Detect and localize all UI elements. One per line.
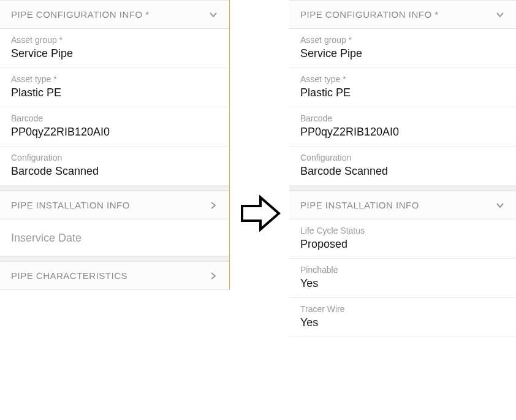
section-gap [0, 256, 229, 261]
field-asset-group[interactable]: Asset group * Service Pipe [289, 29, 516, 68]
field-asset-type[interactable]: Asset type * Plastic PE [0, 68, 229, 107]
section-gap [0, 186, 229, 191]
section-title: PIPE INSTALLATION INFO [11, 200, 130, 210]
chevron-down-icon [208, 10, 218, 20]
field-value: Service Pipe [11, 47, 218, 60]
section-title: PIPE CONFIGURATION INFO * [11, 9, 150, 20]
field-label: Life Cycle Status [300, 226, 505, 235]
section-title: PIPE INSTALLATION INFO [300, 200, 419, 210]
field-pinchable[interactable]: Pinchable Yes [289, 259, 516, 298]
field-value: PP0qyZ2RIB120AI0 [11, 126, 218, 139]
chevron-down-icon [495, 200, 505, 210]
field-value: PP0qyZ2RIB120AI0 [300, 126, 505, 139]
field-life-cycle-status[interactable]: Life Cycle Status Proposed [289, 220, 516, 259]
section-pipe-installation[interactable]: PIPE INSTALLATION INFO [289, 191, 516, 220]
field-label: Asset type * [300, 74, 505, 84]
field-value: Yes [300, 277, 505, 290]
field-value: Proposed [300, 238, 505, 251]
field-asset-type[interactable]: Asset type * Plastic PE [289, 68, 516, 107]
field-tracer-wire[interactable]: Tracer Wire Yes [289, 298, 516, 337]
field-label: Configuration [300, 153, 505, 162]
arrow-right-icon [236, 189, 285, 238]
field-asset-group[interactable]: Asset group * Service Pipe [0, 29, 229, 68]
chevron-right-icon [208, 200, 218, 210]
field-label: Asset group * [300, 35, 505, 45]
field-value: Plastic PE [11, 86, 218, 99]
field-configuration[interactable]: Configuration Barcode Scanned [289, 147, 516, 186]
field-label: Barcode [11, 113, 218, 123]
panel-before: PIPE CONFIGURATION INFO * Asset group * … [0, 0, 230, 290]
panel-after: PIPE CONFIGURATION INFO * Asset group * … [289, 0, 516, 337]
field-label: Pinchable [300, 265, 505, 275]
field-configuration[interactable]: Configuration Barcode Scanned [0, 147, 229, 186]
field-label: Tracer Wire [300, 304, 505, 314]
field-barcode[interactable]: Barcode PP0qyZ2RIB120AI0 [289, 107, 516, 147]
chevron-down-icon [495, 10, 505, 20]
field-label: Asset type * [11, 74, 218, 84]
field-label: Asset group * [11, 35, 218, 45]
field-label: Inservice Date [11, 226, 218, 248]
field-label: Configuration [11, 153, 218, 162]
field-label: Barcode [300, 113, 505, 123]
section-pipe-installation[interactable]: PIPE INSTALLATION INFO [0, 191, 229, 220]
field-value: Yes [300, 316, 505, 329]
section-gap [289, 186, 516, 191]
svg-marker-0 [242, 197, 279, 229]
field-value: Barcode Scanned [300, 165, 505, 178]
section-pipe-config[interactable]: PIPE CONFIGURATION INFO * [289, 0, 516, 29]
section-title: PIPE CHARACTERISTICS [11, 270, 127, 281]
field-inservice-date[interactable]: Inservice Date [0, 220, 229, 256]
field-value: Barcode Scanned [11, 165, 218, 178]
field-value: Service Pipe [300, 47, 505, 60]
chevron-right-icon [208, 271, 218, 281]
section-title: PIPE CONFIGURATION INFO * [300, 9, 439, 20]
field-value: Plastic PE [300, 86, 505, 99]
section-pipe-config[interactable]: PIPE CONFIGURATION INFO * [0, 0, 229, 29]
field-barcode[interactable]: Barcode PP0qyZ2RIB120AI0 [0, 107, 229, 147]
section-pipe-characteristics[interactable]: PIPE CHARACTERISTICS [0, 261, 229, 290]
